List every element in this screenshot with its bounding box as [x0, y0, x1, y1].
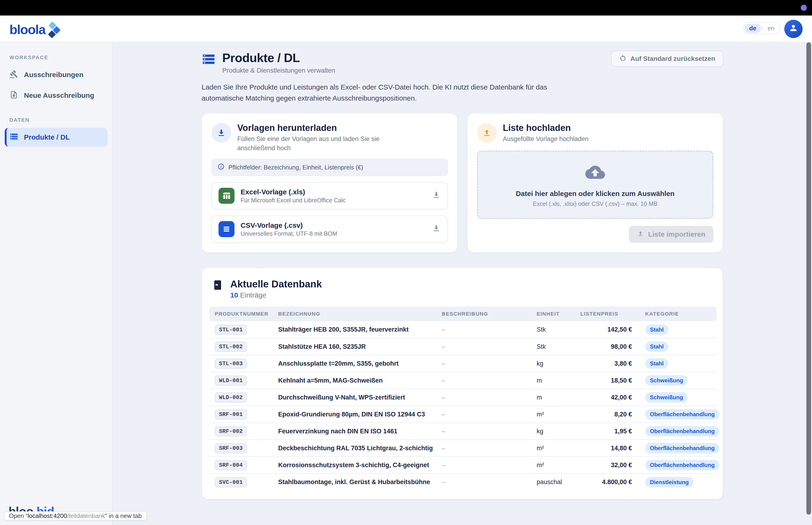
- product-unit: m²: [537, 456, 580, 474]
- table-row[interactable]: SRF-004 Korrosionsschutzsystem 3-schicht…: [209, 456, 717, 474]
- status-text-suffix: ” in a new tab: [105, 512, 142, 520]
- main-content: Produkte / DL Produkte & Dienstleistunge…: [113, 42, 812, 525]
- upload-list-card: Liste hochladen Ausgefüllte Vorlage hoch…: [467, 113, 723, 253]
- product-number-badge: STL-002: [215, 342, 247, 352]
- sidebar-item-label: Ausschreibungen: [24, 71, 83, 79]
- upload-icon: [637, 230, 644, 239]
- sidebar: WORKSPACE Ausschreibungen Neue Ausschrei…: [0, 42, 113, 525]
- dropzone-hint: Excel (.xls, .xlsx) oder CSV (.csv) – ma…: [533, 200, 658, 207]
- brand-diamonds-icon: [46, 21, 62, 38]
- table-row[interactable]: WLD-002 Durchschweißung V-Naht, WPS-zert…: [209, 389, 717, 406]
- list-icon: [202, 52, 216, 74]
- category-badge: Stahl: [645, 342, 669, 352]
- file-dropzone[interactable]: Datei hier ablegen oder klicken zum Ausw…: [477, 151, 713, 219]
- upload-icon: [477, 123, 497, 142]
- product-name: Deckbeschichtung RAL 7035 Lichtgrau, 2-s…: [278, 440, 442, 456]
- product-price: 4.800,00 €: [580, 474, 632, 491]
- product-number-badge: SVC-001: [215, 477, 247, 487]
- product-price: 8,20 €: [580, 406, 632, 423]
- app-header: bloola de en: [0, 15, 812, 42]
- excel-template-subtitle: Für Microsoft Excel und LibreOffice Calc: [241, 197, 346, 204]
- database-card-title: Aktuelle Datenbank: [230, 279, 322, 290]
- reset-to-default-button[interactable]: Auf Standard zurücksetzen: [611, 51, 723, 67]
- language-switcher[interactable]: de en: [743, 22, 780, 34]
- sidebar-item-produkte-dl[interactable]: Produkte / DL: [5, 128, 108, 147]
- sidebar-item-neue-ausschreibung[interactable]: Neue Ausschreibung: [5, 86, 108, 105]
- status-path: /teildatenbank: [67, 512, 105, 520]
- column-header-einheit: Einheit: [537, 307, 580, 321]
- product-number-badge: STL-003: [215, 359, 247, 369]
- page-title: Produkte / DL: [222, 51, 335, 65]
- download-card-title: Vorlagen herunterladen: [237, 123, 418, 133]
- table-row[interactable]: STL-003 Anschlussplatte t=20mm, S355, ge…: [209, 355, 717, 372]
- product-price: 142,50 €: [580, 321, 632, 338]
- column-header-listenpreis: Listenpreis: [580, 307, 632, 321]
- reset-button-label: Auf Standard zurücksetzen: [630, 55, 715, 62]
- product-name: Durchschweißung V-Naht, WPS-zertifiziert: [278, 389, 442, 406]
- category-badge: Oberflächenbehandlung: [645, 443, 719, 453]
- entries-count: 10 Einträge: [230, 291, 322, 299]
- product-unit: kg: [537, 423, 580, 440]
- table-row[interactable]: WLD-001 Kehlnaht a=5mm, MAG-Schweißen – …: [209, 372, 717, 389]
- required-fields-text: Pflichtfelder: Bezeichnung, Einheit, Lis…: [228, 164, 363, 171]
- required-fields-info: Pflichtfelder: Bezeichnung, Einheit, Lis…: [212, 159, 448, 176]
- column-header-kategorie: Kategorie: [632, 307, 717, 321]
- language-option-de[interactable]: de: [745, 24, 761, 33]
- column-header-bezeichnung: Bezeichnung: [278, 307, 442, 321]
- list-icon: [10, 132, 18, 142]
- vertical-scrollbar[interactable]: [806, 42, 811, 515]
- table-row[interactable]: STL-002 Stahlstütze HEA 160, S235JR – St…: [209, 338, 717, 355]
- current-database-card: Aktuelle Datenbank 10 Einträge Produktnu…: [202, 268, 723, 499]
- product-unit: m²: [537, 406, 580, 423]
- category-badge: Oberflächenbehandlung: [645, 409, 719, 419]
- product-number-badge: SRF-004: [215, 460, 247, 470]
- brand-logo[interactable]: bloola: [10, 21, 62, 38]
- dropzone-title: Datei hier ablegen oder klicken zum Ausw…: [516, 190, 675, 198]
- product-number-badge: WLD-002: [215, 392, 247, 403]
- product-name: Stahlbaumontage, inkl. Gerüst & Hubarbei…: [278, 474, 442, 491]
- product-name: Stahlträger HEB 200, S355JR, feuerverzin…: [278, 321, 442, 338]
- import-button-label: Liste importieren: [648, 230, 705, 238]
- excel-template-row[interactable]: Excel-Vorlage (.xls) Für Microsoft Excel…: [212, 182, 448, 209]
- product-number-badge: WLD-001: [215, 376, 247, 386]
- excel-template-title: Excel-Vorlage (.xls): [241, 188, 346, 196]
- download-templates-card: Vorlagen herunterladen Füllen Sie eine d…: [202, 113, 458, 253]
- upload-card-title: Liste hochladen: [503, 123, 588, 133]
- product-number-badge: STL-001: [215, 325, 247, 335]
- products-table: Produktnummer Bezeichnung Beschreibung E…: [209, 307, 717, 491]
- table-row[interactable]: SRF-002 Feuerverzinkung nach DIN EN ISO …: [209, 423, 717, 440]
- product-number-badge: SRF-001: [215, 409, 247, 419]
- product-price: 32,00 €: [580, 456, 632, 474]
- table-row[interactable]: SRF-003 Deckbeschichtung RAL 7035 Lichtg…: [209, 440, 717, 456]
- entries-count-number: 10: [230, 291, 238, 299]
- csv-template-title: CSV-Vorlage (.csv): [241, 221, 337, 229]
- product-unit: Stk: [537, 338, 580, 355]
- product-description: –: [442, 389, 537, 406]
- table-row[interactable]: SRF-001 Epoxid-Grundierung 80µm, DIN EN …: [209, 406, 717, 423]
- language-option-en[interactable]: en: [763, 24, 779, 33]
- download-icon[interactable]: [432, 224, 441, 235]
- product-name: Epoxid-Grundierung 80µm, DIN EN ISO 1294…: [278, 406, 442, 423]
- table-row[interactable]: STL-001 Stahlträger HEB 200, S355JR, feu…: [209, 321, 717, 338]
- sidebar-item-label: Produkte / DL: [24, 133, 70, 141]
- product-description: –: [442, 474, 537, 491]
- sidebar-section-daten: DATEN: [10, 117, 112, 123]
- category-badge: Schweißung: [645, 392, 688, 403]
- app-window: bloola de en WORKSPACE Ausschreibungen: [0, 0, 812, 525]
- csv-template-subtitle: Universelles Format, UTF-8 mit BOM: [241, 230, 337, 237]
- product-unit: m²: [537, 440, 580, 456]
- user-avatar[interactable]: [784, 20, 802, 38]
- product-price: 42,00 €: [580, 389, 632, 406]
- import-list-button[interactable]: Liste importieren: [629, 226, 713, 243]
- product-name: Stahlstütze HEA 160, S235JR: [278, 338, 442, 355]
- table-row[interactable]: SVC-001 Stahlbaumontage, inkl. Gerüst & …: [209, 474, 717, 491]
- sidebar-item-ausschreibungen[interactable]: Ausschreibungen: [5, 65, 108, 84]
- product-description: –: [442, 456, 537, 474]
- product-description: –: [442, 440, 537, 456]
- product-description: –: [442, 406, 537, 423]
- category-badge: Schweißung: [645, 375, 688, 386]
- download-icon[interactable]: [432, 190, 441, 201]
- product-description: –: [442, 321, 537, 338]
- csv-template-row[interactable]: CSV-Vorlage (.csv) Universelles Format, …: [212, 215, 448, 243]
- category-badge: Stahl: [645, 325, 669, 335]
